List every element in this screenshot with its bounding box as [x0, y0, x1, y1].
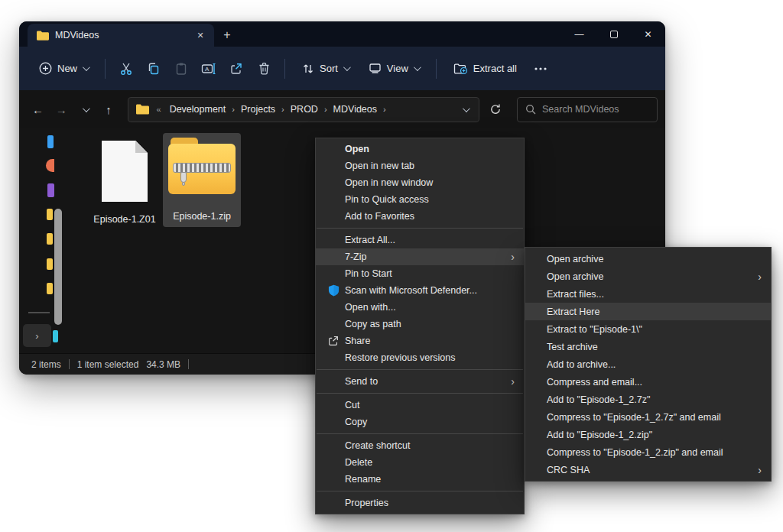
scissors-icon: [119, 62, 133, 76]
chevron-right-icon: ›: [382, 105, 387, 114]
more-options-button[interactable]: [528, 56, 554, 82]
document-icon: [102, 141, 148, 202]
menu-separator: [317, 393, 523, 394]
menu-item-copy-as-path[interactable]: Copy as path: [316, 316, 524, 332]
window-controls: — ✕: [562, 21, 665, 47]
menu-item-add-favorites[interactable]: Add to Favorites: [316, 208, 524, 225]
menu-item-properties[interactable]: Properties: [316, 495, 524, 511]
submenu-item-compress-zip-email[interactable]: Compress to "Episode-1_2.zip" and email: [525, 443, 771, 461]
chevron-down-icon: [414, 63, 421, 71]
folder-icon[interactable]: [47, 209, 53, 220]
toolbar-divider: [436, 59, 437, 79]
sidebar-scrollbar[interactable]: [54, 209, 62, 325]
zip-folder-icon: [168, 138, 236, 194]
menu-item-create-shortcut[interactable]: Create shortcut: [316, 437, 524, 454]
chevron-down-icon: [83, 105, 90, 112]
menu-item-7zip[interactable]: 7-Zip›: [316, 248, 524, 265]
address-dropdown-button[interactable]: [456, 100, 474, 118]
menu-item-cut[interactable]: Cut: [316, 397, 524, 414]
breadcrumb-item-prod[interactable]: PROD: [285, 101, 323, 118]
copy-icon: [147, 62, 161, 76]
extract-all-button[interactable]: Extract all: [444, 57, 526, 81]
maximize-button[interactable]: [596, 21, 631, 47]
delete-button[interactable]: [251, 56, 277, 82]
menu-item-open[interactable]: Open: [316, 141, 524, 157]
minimize-button[interactable]: —: [562, 21, 596, 47]
menu-item-open-new-window[interactable]: Open in new window: [316, 174, 524, 191]
paste-button[interactable]: [168, 56, 194, 82]
explorer-tab[interactable]: MDVideos ✕: [28, 24, 214, 47]
submenu-item-open-archive[interactable]: Open archive: [525, 250, 771, 268]
drive-icon[interactable]: [53, 330, 58, 342]
ellipsis-icon: [534, 67, 547, 70]
menu-item-restore-versions[interactable]: Restore previous versions: [316, 349, 524, 366]
folder-icon: [136, 104, 149, 115]
menu-item-pin-start[interactable]: Pin to Start: [316, 265, 524, 282]
submenu-item-test-archive[interactable]: Test archive: [525, 338, 771, 355]
file-name: Episode-1.Z01: [93, 214, 155, 225]
rename-button[interactable]: A: [196, 56, 222, 82]
home-icon[interactable]: [47, 135, 54, 148]
tab-title: MDVideos: [55, 30, 187, 41]
command-toolbar: New A: [19, 47, 665, 90]
menu-item-extract-all[interactable]: Extract All...: [316, 232, 524, 248]
gallery-icon[interactable]: [46, 159, 54, 172]
menu-item-send-to[interactable]: Send to›: [316, 373, 524, 390]
back-button[interactable]: ←: [27, 98, 49, 121]
menu-item-share[interactable]: Share: [316, 332, 524, 349]
submenu-item-open-archive-with[interactable]: Open archive›: [525, 268, 771, 285]
menu-item-pin-quick-access[interactable]: Pin to Quick access: [316, 191, 524, 208]
navigation-pane[interactable]: ›: [19, 128, 76, 353]
menu-item-defender-scan[interactable]: Scan with Microsoft Defender...: [316, 282, 524, 299]
menu-item-open-with[interactable]: Open with...: [316, 299, 524, 316]
tab-close-icon[interactable]: ✕: [193, 28, 208, 43]
search-input[interactable]: [542, 104, 665, 115]
menu-item-open-new-tab[interactable]: Open in new tab: [316, 157, 524, 174]
file-item-episode1-z01[interactable]: Episode-1.Z01: [86, 136, 164, 230]
search-box[interactable]: [517, 97, 658, 122]
submenu-item-extract-files[interactable]: Extract files...: [525, 285, 771, 303]
new-tab-button[interactable]: +: [214, 24, 240, 47]
sidebar-divider: [28, 312, 50, 313]
submenu-item-compress-7z-email[interactable]: Compress to "Episode-1_2.7z" and email: [525, 408, 771, 426]
chevron-down-icon: [463, 105, 470, 112]
breadcrumb[interactable]: « Development › Projects › PROD › MDVide…: [128, 97, 480, 122]
refresh-button[interactable]: [484, 98, 506, 121]
submenu-item-compress-email[interactable]: Compress and email...: [525, 373, 771, 391]
new-button[interactable]: New: [30, 56, 97, 81]
share-button[interactable]: [223, 56, 249, 82]
menu-separator: [317, 433, 523, 434]
breadcrumb-item-mdvideos[interactable]: MDVideos: [328, 101, 382, 118]
view-button[interactable]: View: [359, 57, 428, 80]
view-button-label: View: [387, 63, 408, 74]
sort-button[interactable]: Sort: [293, 57, 358, 81]
toolbar-divider: [284, 59, 285, 79]
folder-icon[interactable]: [47, 283, 53, 294]
breadcrumb-item-development[interactable]: Development: [164, 101, 232, 118]
folder-icon[interactable]: [47, 233, 53, 245]
file-item-episode1-zip[interactable]: Episode-1.zip: [163, 133, 241, 227]
folder-icon[interactable]: [47, 258, 53, 270]
submenu-item-add-zip[interactable]: Add to "Episode-1_2.zip": [525, 426, 771, 443]
trash-icon: [258, 62, 271, 76]
selection-size: 34.3 MB: [146, 359, 180, 370]
menu-item-copy[interactable]: Copy: [316, 414, 524, 430]
expand-pane-button[interactable]: ›: [23, 324, 51, 347]
menu-separator: [317, 491, 523, 491]
menu-item-delete[interactable]: Delete: [316, 454, 524, 471]
copy-button[interactable]: [141, 56, 167, 82]
cut-button[interactable]: [113, 56, 139, 82]
forward-button[interactable]: →: [50, 98, 73, 121]
submenu-item-extract-to-folder[interactable]: Extract to "Episode-1\": [525, 320, 771, 338]
submenu-item-add-7z[interactable]: Add to "Episode-1_2.7z": [525, 391, 771, 408]
menu-item-rename[interactable]: Rename: [316, 471, 524, 488]
submenu-item-extract-here[interactable]: Extract Here: [525, 303, 771, 320]
breadcrumb-overflow-icon[interactable]: «: [154, 105, 164, 114]
submenu-item-add-to-archive[interactable]: Add to archive...: [525, 355, 771, 373]
library-icon[interactable]: [47, 183, 54, 197]
submenu-item-crc-sha[interactable]: CRC SHA›: [525, 461, 771, 478]
recent-locations-button[interactable]: [74, 98, 96, 121]
breadcrumb-item-projects[interactable]: Projects: [236, 101, 281, 118]
up-button[interactable]: ↑: [98, 98, 120, 121]
close-button[interactable]: ✕: [631, 21, 665, 47]
